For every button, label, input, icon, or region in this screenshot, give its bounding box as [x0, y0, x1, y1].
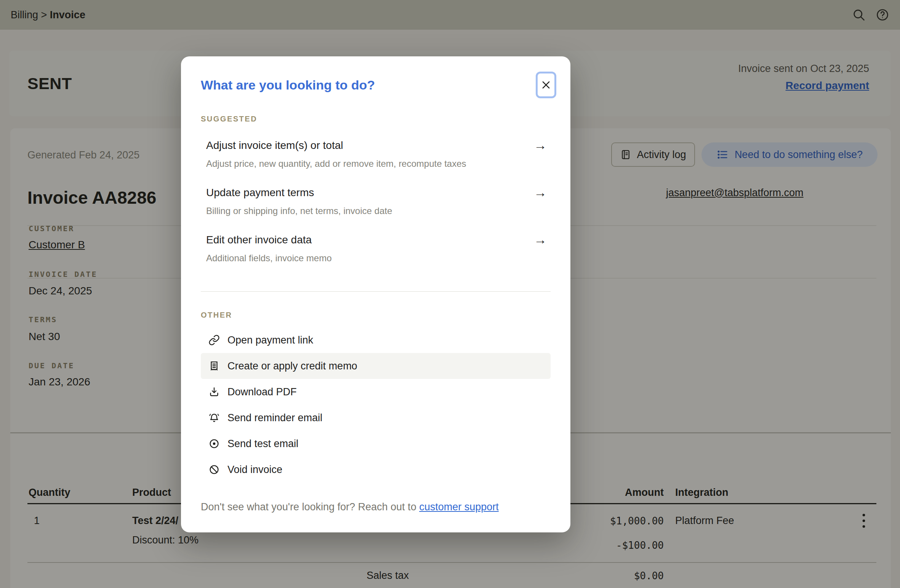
modal-footer: Don't see what you're looking for? Reach… [201, 501, 499, 513]
menu-item-download-pdf[interactable]: Download PDF [201, 379, 551, 405]
modal-divider [201, 291, 551, 292]
menu-item-label: Send reminder email [227, 412, 322, 424]
suggested-item-adjust[interactable]: Adjust invoice item(s) or total [206, 139, 343, 152]
menu-item-send-test-email[interactable]: Send test email [201, 431, 551, 457]
modal-title: What are you looking to do? [201, 78, 375, 93]
suggested-item-edit-other[interactable]: Edit other invoice data [206, 234, 312, 246]
menu-item-label: Open payment link [227, 334, 313, 346]
menu-item-label: Create or apply credit memo [227, 360, 357, 372]
arrow-right-icon[interactable]: → [534, 232, 547, 247]
action-modal: What are you looking to do? SUGGESTED Ad… [181, 56, 570, 532]
void-icon [208, 464, 220, 475]
arrow-right-icon[interactable]: → [534, 138, 547, 153]
close-icon [540, 79, 552, 91]
suggested-item-edit-other-subtitle: Additional fields, invoice memo [206, 253, 332, 264]
other-section-label: OTHER [201, 311, 232, 320]
suggested-item-payment-terms[interactable]: Update payment terms [206, 187, 314, 199]
footer-text: Don't see what you're looking for? Reach… [201, 501, 416, 513]
menu-item-label: Send test email [227, 438, 298, 450]
menu-item-label: Download PDF [227, 386, 297, 398]
circle-dot-icon [208, 438, 220, 449]
download-icon [208, 386, 220, 398]
menu-item-open-payment-link[interactable]: Open payment link [201, 327, 551, 353]
suggested-section-label: SUGGESTED [201, 115, 257, 123]
bell-icon [208, 412, 220, 423]
arrow-right-icon[interactable]: → [534, 185, 547, 200]
suggested-item-adjust-subtitle: Adjust price, new quantity, add or remov… [206, 158, 466, 169]
menu-item-send-reminder[interactable]: Send reminder email [201, 405, 551, 431]
customer-support-link[interactable]: customer support [419, 501, 499, 513]
menu-item-label: Void invoice [227, 464, 282, 476]
close-button[interactable] [536, 72, 556, 98]
menu-item-credit-memo[interactable]: Create or apply credit memo [201, 353, 551, 379]
link-icon [208, 334, 220, 346]
receipt-icon [208, 360, 220, 372]
suggested-item-payment-terms-subtitle: Billing or shipping info, net terms, inv… [206, 206, 392, 216]
menu-item-void-invoice[interactable]: Void invoice [201, 457, 551, 483]
